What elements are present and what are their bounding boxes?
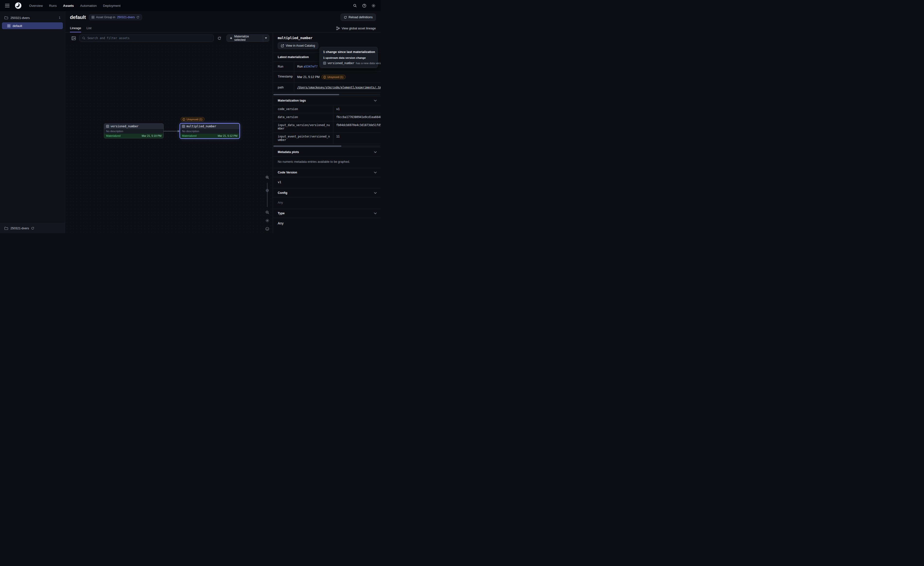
table-icon	[106, 125, 109, 128]
tab-lineage[interactable]: Lineage	[70, 26, 81, 32]
sidebar: 250321-dvers 1 default 250321-dvers	[0, 11, 65, 233]
tag-key: data_version	[273, 113, 333, 121]
asset-graph-canvas[interactable]: Unsynced (1) versioned_number No descrip…	[65, 44, 273, 233]
section-header-type[interactable]: Type	[273, 209, 381, 218]
unsynced-badge-label: Unsynced (1)	[327, 75, 343, 78]
run-prefix: Run	[297, 65, 303, 68]
main-content: default Asset Group in 250321-dvers Relo…	[65, 11, 381, 233]
row-label-path: path	[273, 83, 294, 93]
row-label-timestamp: Timestamp	[273, 72, 294, 83]
popover-subtitle: 1 upstream data version change	[323, 56, 374, 59]
view-global-asset-lineage-link[interactable]: View global asset lineage	[336, 27, 376, 32]
chevron-down-icon	[374, 192, 377, 194]
nav-item-deployment[interactable]: Deployment	[103, 4, 120, 8]
horizontal-scrollbar	[273, 145, 381, 148]
scrollbar-thumb[interactable]	[273, 94, 339, 95]
tag-key: code_version	[273, 105, 333, 113]
section-header-config[interactable]: Config	[273, 188, 381, 197]
gear-icon	[266, 218, 269, 223]
section-heading-label: Materialization tags	[278, 99, 306, 102]
scrollbar-thumb[interactable]	[273, 146, 341, 147]
asset-node-status: Materialized	[106, 134, 120, 137]
unsynced-badge: Unsynced (1)	[181, 117, 205, 122]
asset-node-description: No description	[104, 129, 164, 134]
asset-node-multiplied-number[interactable]: multiplied_number No description Materia…	[180, 123, 240, 138]
section-header-metadata-plots[interactable]: Metadata plots	[273, 148, 381, 157]
zoom-controls	[264, 175, 270, 232]
badge-prefix: Asset Group in	[96, 15, 116, 19]
nav-item-runs[interactable]: Runs	[49, 4, 57, 8]
asset-node-status: Materialized	[182, 134, 196, 137]
materialize-selected-label: Materialize selected	[234, 35, 260, 42]
asset-details-panel: multiplied_number View in Asset Catalog …	[273, 33, 381, 233]
materialize-options-button[interactable]	[263, 35, 269, 42]
external-link-icon	[281, 44, 284, 47]
unsynced-badge: Unsynced (1)	[321, 75, 345, 79]
asset-node-name: versioned_number	[111, 125, 139, 128]
path-link[interactable]: /Users/smackesey/stm/code/elementl/exper…	[297, 86, 381, 89]
asset-node-versioned-number[interactable]: versioned_number No description Material…	[104, 123, 164, 138]
section-header-materialization-tags[interactable]: Materialization tags	[273, 96, 381, 105]
lineage-graph-icon	[336, 27, 340, 30]
graph-settings-button[interactable]	[264, 218, 270, 223]
toggle-sidebar-button[interactable]	[70, 35, 77, 42]
tag-value: f6ccba1776380941e9cd1ea66481d	[333, 113, 381, 121]
changes-popover: 1 change since last materialization 1 up…	[320, 47, 378, 68]
section-header-code-version[interactable]: Code Version	[273, 168, 381, 177]
sidebar-group-250321-dvers[interactable]: 250321-dvers 1	[0, 14, 65, 22]
zoom-in-icon	[266, 175, 269, 179]
view-in-asset-catalog-button[interactable]: View in Asset Catalog	[278, 42, 318, 49]
folder-icon	[4, 227, 8, 230]
panel-expand-icon	[72, 36, 76, 40]
badge-code-location-link[interactable]: 250321-dvers	[117, 15, 135, 19]
reload-definitions-button[interactable]: Reload definitions	[340, 14, 376, 21]
search-button[interactable]	[351, 2, 358, 9]
dagster-logo[interactable]	[15, 2, 22, 9]
settings-button[interactable]	[370, 2, 377, 9]
nav-item-overview[interactable]: Overview	[29, 4, 43, 8]
zoom-in-button[interactable]	[264, 175, 270, 180]
tag-value: 11	[333, 132, 381, 144]
popover-asset-name[interactable]: versioned_number	[327, 62, 354, 65]
refresh-icon[interactable]	[136, 16, 140, 19]
gear-icon	[372, 4, 376, 8]
nav-item-automation[interactable]: Automation	[80, 4, 97, 8]
zoom-out-button[interactable]	[264, 209, 270, 215]
section-heading-label: Metadata plots	[278, 151, 299, 154]
zoom-slider-thumb[interactable]	[266, 189, 269, 192]
asset-graph-area: Materialize selected Unsynced (1)	[65, 33, 273, 233]
feedback-button[interactable]	[264, 226, 270, 232]
zoom-slider-track	[267, 183, 268, 207]
menu-button[interactable]	[4, 2, 10, 9]
search-input[interactable]	[87, 36, 211, 40]
sidebar-group-label: 250321-dvers	[10, 16, 30, 20]
search-icon	[82, 36, 86, 40]
unsynced-badge-label: Unsynced (1)	[186, 118, 202, 121]
sidebar-group-count: 1	[59, 16, 60, 20]
reload-location-button[interactable]	[31, 227, 34, 230]
asset-node-name: multiplied_number	[186, 125, 216, 128]
metadata-plots-empty-text: No numeric metadata entries available to…	[273, 157, 381, 168]
table-icon	[323, 62, 326, 65]
nav-item-assets[interactable]: Assets	[63, 4, 74, 8]
run-id-link[interactable]: a5347ef7	[303, 65, 318, 68]
asset-search	[80, 35, 214, 42]
section-heading-label: Latest materialization	[278, 56, 309, 59]
tag-key: input_data_version/versioned_number	[273, 121, 333, 132]
tag-value: fb04dcb6970e4c3d1873de51fd5a5	[333, 121, 381, 132]
chevron-down-icon	[374, 172, 377, 173]
tabs-row: Lineage List View global asset lineage	[65, 23, 381, 33]
refresh-icon	[344, 16, 347, 19]
row-value-timestamp: Mar 21, 5:12 PM Unsynced (1)	[294, 72, 381, 83]
popover-message: has a new data version	[356, 62, 381, 65]
refresh-graph-button[interactable]	[216, 35, 223, 42]
sidebar-item-default[interactable]: default	[2, 23, 63, 29]
asset-node-timestamp: Mar 21, 5:12 PM	[218, 134, 237, 137]
smiley-icon	[266, 227, 269, 231]
zoom-slider[interactable]	[266, 183, 269, 207]
help-button[interactable]	[361, 2, 368, 9]
horizontal-scrollbar	[273, 93, 381, 96]
tab-list[interactable]: List	[86, 26, 91, 32]
materialize-selected-button[interactable]: Materialize selected	[227, 35, 263, 42]
section-heading-label: Code Version	[278, 171, 297, 174]
